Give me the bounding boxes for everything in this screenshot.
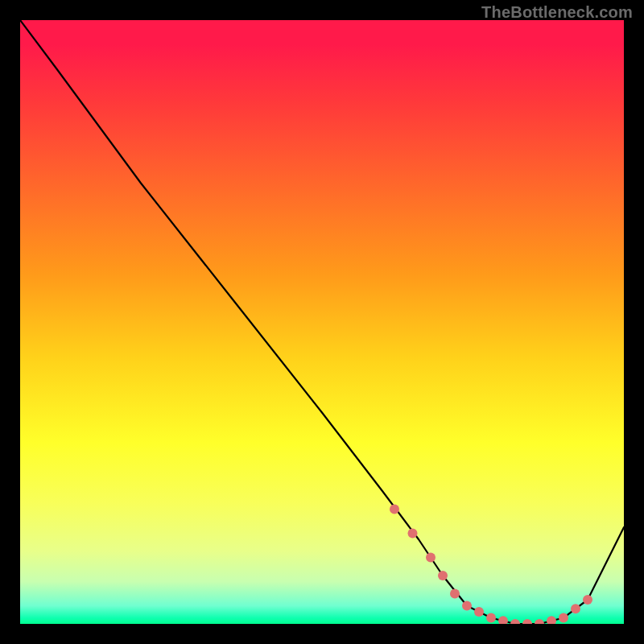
curve-marker	[510, 619, 520, 624]
plot-area	[20, 20, 624, 624]
bottleneck-curve-line	[20, 20, 624, 624]
curve-marker	[498, 616, 508, 624]
curve-marker	[390, 505, 399, 514]
curve-marker	[408, 529, 418, 539]
attribution-label: TheBottleneck.com	[481, 3, 633, 22]
curve-marker	[426, 553, 436, 563]
curve-marker	[547, 616, 556, 624]
curve-marker	[583, 595, 592, 605]
curve-marker	[522, 619, 532, 624]
curve-marker	[571, 604, 580, 613]
marker-group	[390, 505, 592, 625]
curve-marker	[438, 571, 448, 580]
chart-stage: TheBottleneck.com	[0, 0, 644, 644]
curve-marker	[486, 613, 496, 623]
curve-marker	[450, 589, 460, 599]
chart-overlay-svg	[20, 20, 624, 624]
curve-marker	[535, 619, 544, 624]
curve-marker	[559, 613, 568, 623]
curve-marker	[474, 607, 484, 617]
curve-marker	[462, 601, 472, 611]
